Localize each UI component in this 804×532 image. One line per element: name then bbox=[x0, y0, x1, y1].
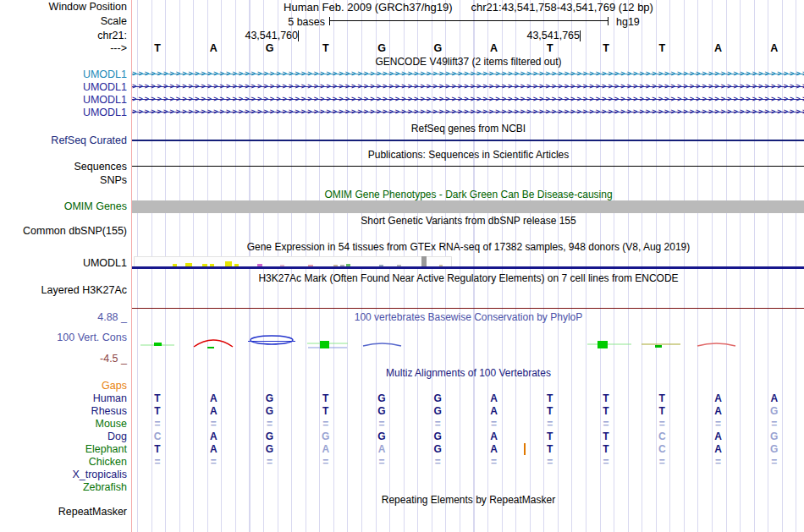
conservation-element bbox=[154, 343, 162, 346]
transcript-row-umodl1[interactable]: >>>>>>>>>>>>>>>>>>>>>>>>>>>>>>>>>>>>>>>>… bbox=[132, 108, 804, 117]
alignment-base: A bbox=[487, 431, 501, 442]
window-position-label: Window Position bbox=[49, 2, 127, 13]
alignment-base: T bbox=[599, 393, 613, 403]
alignment-base: C bbox=[151, 431, 164, 442]
alignment-base: = bbox=[487, 457, 501, 467]
base-letter: A bbox=[714, 42, 722, 54]
alignment-base: G bbox=[375, 431, 388, 442]
multiz-track-title[interactable]: Multiz Alignments of 100 Vertebrates bbox=[132, 368, 804, 378]
alignment-base: = bbox=[263, 419, 277, 429]
conservation-min-value: -4.5 _ bbox=[100, 354, 127, 365]
alignment-base: A bbox=[319, 444, 333, 454]
omim-genes-bar[interactable] bbox=[132, 200, 804, 213]
alignment-base: C bbox=[655, 444, 669, 454]
transcript-label-umodl1[interactable]: UMODL1 bbox=[83, 95, 127, 106]
transcript-row-umodl1[interactable]: >>>>>>>>>>>>>>>>>>>>>>>>>>>>>>>>>>>>>>>>… bbox=[132, 70, 804, 79]
alignment-base: = bbox=[263, 457, 277, 467]
alignment-base: T bbox=[599, 406, 613, 416]
publications-track-title[interactable]: Publications: Sequences in Scientific Ar… bbox=[132, 150, 804, 160]
conservation-element bbox=[597, 341, 608, 348]
transcript-row-umodl1[interactable]: >>>>>>>>>>>>>>>>>>>>>>>>>>>>>>>>>>>>>>>>… bbox=[132, 96, 804, 104]
alignment-base: = bbox=[543, 419, 557, 429]
multiz-species-label-rhesus[interactable]: Rhesus bbox=[91, 406, 127, 417]
gtex-gene-model-line[interactable] bbox=[132, 266, 804, 269]
position-range: chr21:43,541,758-43,541,769 (12 bp) bbox=[471, 1, 653, 14]
alignment-base: = bbox=[768, 419, 781, 429]
alignment-base: A bbox=[487, 444, 501, 454]
alignment-base: T bbox=[543, 431, 557, 442]
multiz-species-label-dog[interactable]: Dog bbox=[107, 431, 127, 442]
track-label-column: Window PositionScalechr21:--->RefSeq Cur… bbox=[0, 0, 130, 532]
track-label-100-vert-cons[interactable]: 100 Vert. Cons bbox=[57, 332, 127, 343]
conservation-element bbox=[320, 341, 329, 348]
omim-track-title[interactable]: OMIM Gene Phenotypes - Dark Green Can Be… bbox=[132, 189, 804, 200]
alignment-base: T bbox=[655, 406, 669, 416]
alignment-base: G bbox=[768, 431, 781, 442]
multiz-species-label-human[interactable]: Human bbox=[93, 393, 127, 404]
alignment-base: = bbox=[712, 457, 725, 467]
alignment-base: T bbox=[543, 406, 557, 416]
alignment-base: T bbox=[151, 406, 164, 416]
multiz-species-label-zebrafish[interactable]: Zebrafish bbox=[83, 482, 127, 493]
multiz-species-label-gaps[interactable]: Gaps bbox=[102, 381, 127, 392]
multiz-species-label-chicken[interactable]: Chicken bbox=[89, 457, 127, 468]
alignment-base: T bbox=[151, 444, 164, 454]
transcript-label-umodl1[interactable]: UMODL1 bbox=[83, 82, 127, 93]
alignment-base: = bbox=[599, 419, 613, 429]
alignment-base: = bbox=[487, 419, 501, 429]
track-label-layered-h3k27ac[interactable]: Layered H3K27Ac bbox=[41, 285, 127, 296]
alignment-base: T bbox=[599, 431, 613, 442]
track-label-refseq-curated[interactable]: RefSeq Curated bbox=[51, 135, 127, 146]
track-label-common-dbsnp[interactable]: Common dbSNP(155) bbox=[23, 226, 127, 237]
transcript-label-umodl1[interactable]: UMODL1 bbox=[83, 107, 127, 118]
refseq-curated-track-line[interactable] bbox=[132, 140, 804, 141]
track-label-gtex-gene[interactable]: UMODL1 bbox=[83, 258, 127, 269]
alignment-base: = bbox=[431, 419, 444, 429]
track-label-sequences[interactable]: Sequences bbox=[74, 162, 127, 173]
base-letter: G bbox=[433, 42, 442, 54]
transcript-label-umodl1[interactable]: UMODL1 bbox=[83, 69, 127, 80]
dbsnp-track-title[interactable]: Short Genetic Variants from dbSNP releas… bbox=[132, 216, 804, 226]
browser-track-area[interactable]: Human Feb. 2009 (GRCh37/hg19) chr21:43,5… bbox=[131, 0, 804, 532]
repeatmasker-track-title[interactable]: Repeating Elements by RepeatMasker bbox=[132, 495, 804, 505]
refseq-track-title[interactable]: RefSeq genes from NCBI bbox=[132, 123, 804, 134]
assembly-short-label: hg19 bbox=[616, 16, 640, 28]
conservation-track-title[interactable]: 100 vertebrates Basewise Conservation by… bbox=[132, 312, 804, 322]
base-letter: A bbox=[770, 42, 778, 54]
alignment-base: = bbox=[319, 457, 333, 467]
conservation-element bbox=[642, 344, 680, 345]
track-label-omim-genes[interactable]: OMIM Genes bbox=[64, 201, 127, 212]
alignment-base: G bbox=[431, 406, 444, 416]
gencode-track-title[interactable]: GENCODE V49lift37 (2 items filtered out) bbox=[132, 57, 804, 67]
coord-tick-mark bbox=[298, 30, 299, 41]
alignment-base: = bbox=[768, 457, 781, 467]
track-label-snps[interactable]: SNPs bbox=[100, 175, 127, 186]
scale-row-label: Scale bbox=[101, 16, 127, 27]
multiz-species-label-x_tropicalis[interactable]: X_tropicalis bbox=[72, 469, 127, 480]
alignment-base: = bbox=[319, 419, 333, 429]
alignment-base: = bbox=[207, 419, 220, 429]
scale-row: 5 bases hg19 bbox=[132, 16, 804, 26]
alignment-base: = bbox=[431, 457, 444, 467]
multiz-species-label-mouse[interactable]: Mouse bbox=[95, 419, 127, 430]
transcript-row-umodl1[interactable]: >>>>>>>>>>>>>>>>>>>>>>>>>>>>>>>>>>>>>>>>… bbox=[132, 83, 804, 91]
gtex-tissue-bar bbox=[421, 256, 427, 266]
alignment-base: A bbox=[375, 444, 388, 454]
genome-browser-image[interactable]: Human Feb. 2009 (GRCh37/hg19) chr21:43,5… bbox=[0, 0, 804, 532]
alignment-base: G bbox=[263, 393, 277, 403]
alignment-base: T bbox=[543, 444, 557, 454]
alignment-base: A bbox=[712, 444, 725, 454]
alignment-base: = bbox=[599, 457, 613, 467]
alignment-base: A bbox=[207, 444, 220, 454]
alignment-base: A bbox=[712, 406, 725, 416]
conservation-element bbox=[363, 343, 401, 346]
alignment-base: G bbox=[375, 406, 388, 416]
base-letter: G bbox=[266, 42, 274, 54]
scale-value: 5 bases bbox=[240, 16, 325, 28]
track-label-repeatmasker[interactable]: RepeatMasker bbox=[58, 507, 127, 518]
multiz-species-label-elephant[interactable]: Elephant bbox=[85, 444, 127, 455]
alignment-base: T bbox=[319, 406, 333, 416]
sequences-track-line[interactable] bbox=[132, 166, 804, 167]
h3k27ac-track-title[interactable]: H3K27Ac Mark (Often Found Near Active Re… bbox=[132, 273, 804, 283]
gtex-track-title[interactable]: Gene Expression in 54 tissues from GTEx … bbox=[132, 242, 804, 252]
